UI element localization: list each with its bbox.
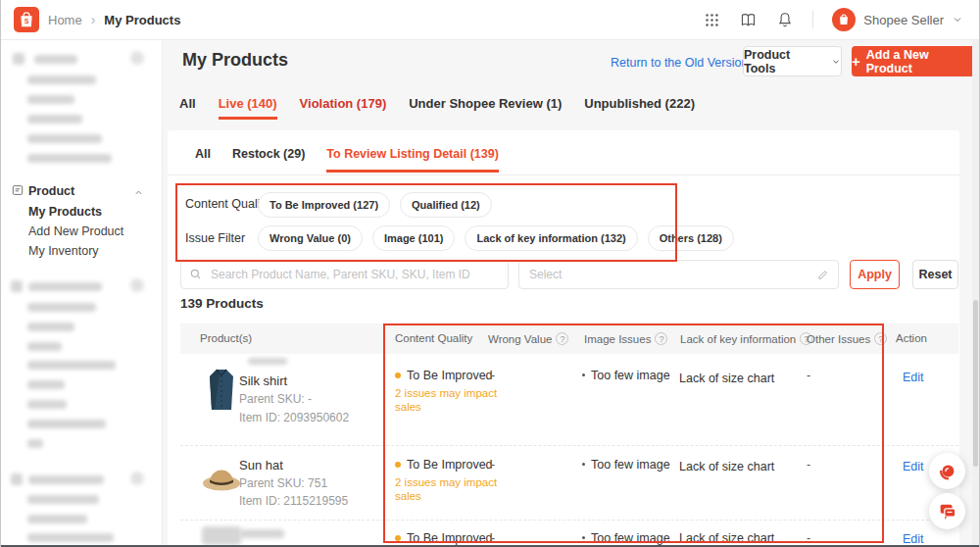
other-issues-cell: -: [807, 458, 810, 472]
redacted-menu-item[interactable]: [27, 303, 96, 312]
image-issues-cell: Too few image: [582, 531, 670, 545]
collapse-toggle[interactable]: [130, 278, 144, 292]
status-text: To Be Improved: [407, 458, 493, 472]
filter-others[interactable]: Others (128): [648, 225, 734, 251]
bullet: [582, 536, 585, 539]
tab-unpublished[interactable]: Unpublished (222): [584, 97, 695, 120]
sidebar-item-my-inventory[interactable]: My Inventory: [28, 244, 99, 258]
products-count: 139 Products: [180, 296, 264, 311]
redacted-menu-item[interactable]: [27, 134, 102, 143]
breadcrumb-home[interactable]: Home: [48, 13, 82, 27]
redacted-section-header[interactable]: [34, 55, 77, 64]
edit-link[interactable]: Edit: [903, 532, 924, 545]
account-menu[interactable]: Shopee Seller: [832, 8, 963, 31]
tab-under-shopee-review[interactable]: Under Shopee Review (1): [409, 97, 562, 120]
product-thumbnail: [202, 367, 241, 416]
notification-bell-icon[interactable]: [776, 11, 794, 28]
bullet: [582, 463, 585, 466]
product-item-id: Item ID: 2115219595: [239, 494, 348, 508]
col-action: Action: [896, 332, 927, 344]
edit-link[interactable]: Edit: [903, 460, 924, 473]
image-issue-text: Too few image: [591, 369, 670, 382]
sidebar-item-my-products[interactable]: My Products: [28, 205, 102, 219]
redacted-menu-item[interactable]: [27, 115, 82, 124]
product-tools-button[interactable]: Product Tools: [743, 46, 842, 76]
breadcrumb-current: My Products: [104, 13, 180, 27]
subtab-restock[interactable]: Restock (29): [232, 147, 305, 173]
help-icon[interactable]: ?: [874, 332, 887, 345]
wrong-value-cell: -: [491, 458, 495, 472]
table-row: Sun hat Parent SKU: 751 Item ID: 2115219…: [180, 446, 958, 521]
redacted-menu-item[interactable]: [27, 154, 112, 163]
redacted-menu-item[interactable]: [27, 420, 106, 428]
shopee-bag-icon: S: [17, 10, 36, 29]
redacted-menu-item[interactable]: [27, 95, 74, 104]
collapse-toggle[interactable]: [130, 51, 144, 65]
scrollbar-thumb[interactable]: [973, 300, 978, 467]
redacted-section-icon: [11, 280, 23, 292]
chevron-up-icon[interactable]: [133, 187, 144, 198]
tab-violation[interactable]: Violation (179): [300, 97, 387, 120]
subtab-all[interactable]: All: [195, 147, 211, 173]
pencil-icon[interactable]: [816, 268, 830, 281]
redacted-section-header[interactable]: [28, 475, 104, 484]
redacted-menu-item[interactable]: [27, 515, 87, 523]
sidebar-item-add-new-product[interactable]: Add New Product: [28, 224, 123, 238]
other-issues-cell: -: [807, 531, 810, 545]
tab-live[interactable]: Live (140): [219, 97, 277, 120]
reset-button[interactable]: Reset: [912, 260, 958, 289]
shopee-seller-window: S Home › My Products: [0, 0, 980, 547]
support-icon: [937, 461, 958, 482]
edit-link[interactable]: Edit: [903, 371, 924, 384]
filter-qualified[interactable]: Qualified (12): [400, 192, 492, 218]
select-input[interactable]: [527, 267, 810, 282]
redacted-section-header[interactable]: [28, 282, 102, 291]
other-issues-cell: -: [807, 369, 810, 382]
redacted-menu-item[interactable]: [27, 361, 116, 370]
search-input[interactable]: [209, 267, 500, 282]
add-new-product-button[interactable]: + Add a New Product: [852, 46, 977, 76]
filter-lack-of-key-information[interactable]: Lack of key information (132): [465, 225, 637, 251]
impact-note: 2 issues may impact sales: [395, 475, 501, 503]
shopee-logo[interactable]: S: [14, 7, 39, 32]
plus-icon: +: [852, 53, 860, 70]
lack-cell: Lack of size chart: [679, 460, 774, 473]
filter-wrong-value[interactable]: Wrong Value (0): [258, 225, 363, 251]
redacted-menu-item[interactable]: [27, 400, 67, 409]
breadcrumb-separator: ›: [91, 12, 96, 27]
products-panel: All Restock (29) To Review Listing Detai…: [168, 130, 959, 545]
status-tabs: All Live (140) Violation (179) Under Sho…: [179, 97, 695, 120]
subtabs-divider: [168, 174, 959, 175]
learn-book-icon[interactable]: [739, 11, 758, 29]
collapse-toggle[interactable]: [130, 472, 144, 485]
image-issues-cell: Too few image: [582, 458, 670, 472]
svg-text:S: S: [24, 18, 29, 25]
filter-image[interactable]: Image (101): [372, 225, 456, 251]
subtab-to-review-listing-detail[interactable]: To Review Listing Detail (139): [326, 147, 499, 173]
lack-cell: Lack of size chart: [679, 531, 774, 545]
product-parent-sku: Parent SKU: 751: [239, 476, 327, 490]
redacted-menu-item[interactable]: [27, 495, 99, 504]
apps-grid-icon[interactable]: [704, 12, 720, 28]
return-old-version-link[interactable]: Return to the Old Version: [611, 56, 748, 70]
status-text: To Be Improved: [407, 369, 493, 382]
redacted-menu-item[interactable]: [27, 533, 114, 542]
issue-filter-label: Issue Filter: [185, 231, 245, 245]
status-dot: [395, 535, 401, 541]
help-icon[interactable]: ?: [655, 332, 667, 345]
col-other-issues: Other Issues ?: [807, 332, 887, 345]
support-float-button[interactable]: [929, 453, 965, 489]
apply-button[interactable]: Apply: [850, 260, 900, 289]
help-icon[interactable]: ?: [556, 332, 568, 345]
col-lack-label: Lack of key information: [680, 333, 796, 345]
topbar: S Home › My Products: [1, 0, 979, 40]
webchat-float-button[interactable]: [929, 493, 965, 529]
filter-to-be-improved[interactable]: To Be Improved (127): [258, 192, 390, 218]
sidebar-section-product[interactable]: Product: [28, 184, 74, 198]
redacted-menu-item[interactable]: [27, 75, 96, 84]
redacted-menu-item[interactable]: [27, 439, 43, 448]
redacted-menu-item[interactable]: [27, 342, 62, 351]
redacted-menu-item[interactable]: [27, 323, 74, 331]
tab-all[interactable]: All: [179, 97, 196, 120]
redacted-menu-item[interactable]: [27, 380, 65, 389]
